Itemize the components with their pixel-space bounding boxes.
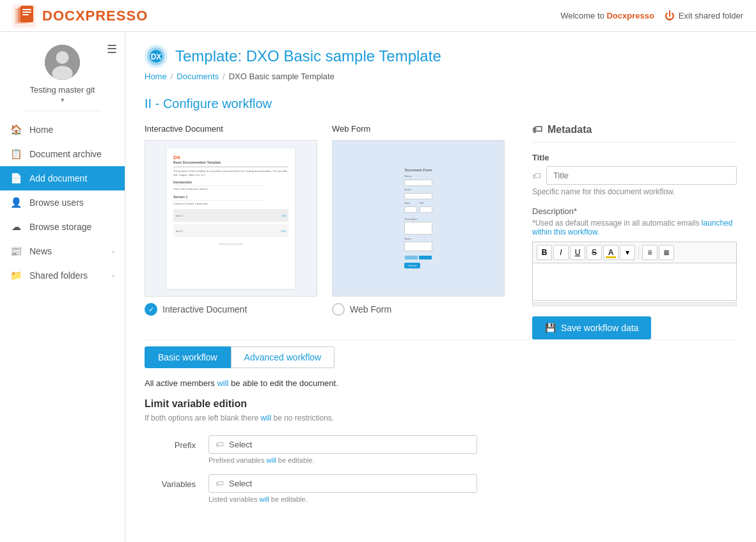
news-arrow-icon: ‹ [112,247,114,255]
description-link[interactable]: launched within this workflow. [532,219,733,236]
doc-preview-inner: DX Basic Documentation Template The purp… [167,148,295,289]
sidebar-item-browse-users-label: Browse users [29,197,114,208]
variables-select-text: Select [229,479,470,488]
rte-divider [638,246,639,259]
shared-folders-icon: 📁 [10,270,22,281]
welcome-text: Welcome to Docxpresso [560,11,654,20]
breadcrumb: Home / Documents / DXO Basic sample Temp… [145,72,737,81]
prefix-hint: Prefixed variables will be editable. [209,456,737,464]
sidebar-item-news[interactable]: 📰 News ‹ [0,239,125,263]
prefix-select-text: Select [229,440,470,449]
rte-scrollbar[interactable] [532,302,737,306]
document-archive-icon: 📋 [10,148,22,160]
rte-list-button[interactable]: ≡ [642,245,658,260]
limit-subtitle: If both options are left blank there wil… [145,414,737,422]
svg-rect-5 [22,12,31,13]
description-hint: *Used as default message in all automati… [532,219,737,236]
rte-ordered-list-button[interactable]: ≣ [659,245,674,260]
web-form-label: Web Form [332,124,507,134]
save-workflow-button[interactable]: 💾 Save workflow data [532,316,651,339]
sidebar-item-shared-folders-label: Shared folders [29,270,104,281]
web-form-radio[interactable]: Web Form [332,303,507,316]
metadata-icon: 🏷 [532,124,542,136]
sidebar-item-document-archive[interactable]: 📋 Document archive [0,142,125,166]
sidebar-item-shared-folders[interactable]: 📁 Shared folders ‹ [0,263,125,288]
metadata-panel: 🏷 Metadata Title 🏷 Specific name for thi… [519,124,737,339]
rte-italic-button[interactable]: I [553,245,569,260]
rte-color-dropdown-button[interactable]: ▾ [620,245,635,260]
layout: Testing master git ▾ ☰ 🏠 Home 📋 Document… [0,32,756,542]
browse-users-icon: 👤 [10,197,22,208]
breadcrumb-sep2: / [223,72,225,81]
title-hint: Specific name for this document workflow… [532,187,737,196]
save-icon: 💾 [545,323,556,333]
prefix-input-wrap: 🏷 Select Prefixed variables will be edit… [209,435,737,464]
prefix-row: Prefix 🏷 Select Prefixed variables will … [145,435,737,464]
logo: DOCXPRESSO [13,4,148,27]
profile-dropdown-arrow[interactable]: ▾ [61,96,65,104]
rte-bold-button[interactable]: B [537,245,552,260]
news-icon: 📰 [10,245,22,257]
interactive-document-radio[interactable]: Interactive Document [145,303,319,316]
breadcrumb-home[interactable]: Home [145,72,167,81]
rte-underline-button[interactable]: U [570,245,585,260]
basic-workflow-tab[interactable]: Basic workflow [145,346,231,368]
metadata-header: 🏷 Metadata [532,124,737,143]
title-input[interactable] [546,166,737,185]
prefix-tag-icon: 🏷 [216,440,224,449]
workflow-tabs: Basic workflow Advanced workflow [145,346,737,368]
sidebar-item-add-document[interactable]: 📄 Add document [0,166,125,190]
sidebar-item-browse-storage-label: Browse storage [29,222,114,232]
profile-name: Testing master git [30,85,95,95]
sidebar-menu: 🏠 Home 📋 Document archive 📄 Add document… [0,118,125,288]
description-label: Description* [532,206,737,216]
sidebar: Testing master git ▾ ☰ 🏠 Home 📋 Document… [0,32,125,542]
add-document-icon: 📄 [10,173,22,184]
exit-folder-button[interactable]: ⏻ Exit shared folder [665,10,743,22]
docxpresso-link[interactable]: Docxpresso [606,11,654,20]
template-icon: DX [145,45,168,68]
variables-input-wrap: 🏷 Select Listed variables will be editab… [209,474,737,503]
hamburger-icon[interactable]: ☰ [107,42,117,56]
browse-storage-icon: ☁ [10,221,22,233]
interactive-radio-button[interactable] [145,303,157,316]
rte-color-button[interactable]: A [603,245,618,260]
configure-workflow-row: Interactive Document DX Basic Documentat… [145,124,737,339]
title-field-label: Title [532,153,737,162]
variables-row: Variables 🏷 Select Listed variables will… [145,474,737,503]
rte-body[interactable] [532,263,737,301]
topbar: DOCXPRESSO Welcome to Docxpresso ⏻ Exit … [0,0,756,32]
webform-inner: Document Form Name Email Date Ref [399,163,437,274]
breadcrumb-documents[interactable]: Documents [177,72,219,81]
webform-radio-button[interactable] [332,303,345,316]
page-title: Template: DXO Basic sample Template [175,47,441,65]
sidebar-item-home[interactable]: 🏠 Home [0,118,125,142]
topbar-right: Welcome to Docxpresso ⏻ Exit shared fold… [560,10,743,22]
rte-strikethrough-button[interactable]: S [587,245,602,260]
prefix-select[interactable]: 🏷 Select [209,435,477,454]
sidebar-profile: Testing master git ▾ [24,32,102,111]
variables-hint: Listed variables will be editable. [209,495,737,503]
advanced-workflow-tab[interactable]: Advanced workflow [231,346,335,368]
main-content: DX Template: DXO Basic sample Template H… [125,32,756,542]
title-input-row: 🏷 [532,166,737,185]
title-tag-icon: 🏷 [532,171,541,181]
avatar [45,45,80,80]
svg-rect-6 [22,14,29,15]
variables-select[interactable]: 🏷 Select [209,474,477,493]
sidebar-item-browse-users[interactable]: 👤 Browse users [0,190,125,215]
sidebar-item-browse-storage[interactable]: ☁ Browse storage [0,215,125,239]
logo-text: DOCXPRESSO [42,8,148,24]
workflow-section: Basic workflow Advanced workflow All act… [145,339,737,503]
sidebar-item-add-document-label: Add document [29,173,114,183]
power-icon: ⏻ [665,10,675,22]
section-title: II - Configure workflow [145,97,737,111]
interactive-document-choice: Interactive Document DX Basic Documentat… [145,124,319,316]
interactive-document-preview: DX Basic Documentation Template The purp… [145,140,317,297]
svg-rect-4 [22,9,31,10]
home-icon: 🏠 [10,124,22,136]
rte-toolbar: B I U S A ▾ ≡ ≣ [532,242,737,263]
breadcrumb-sep1: / [171,72,173,81]
webform-radio-label: Web Form [350,304,391,314]
variables-label: Variables [145,474,196,489]
